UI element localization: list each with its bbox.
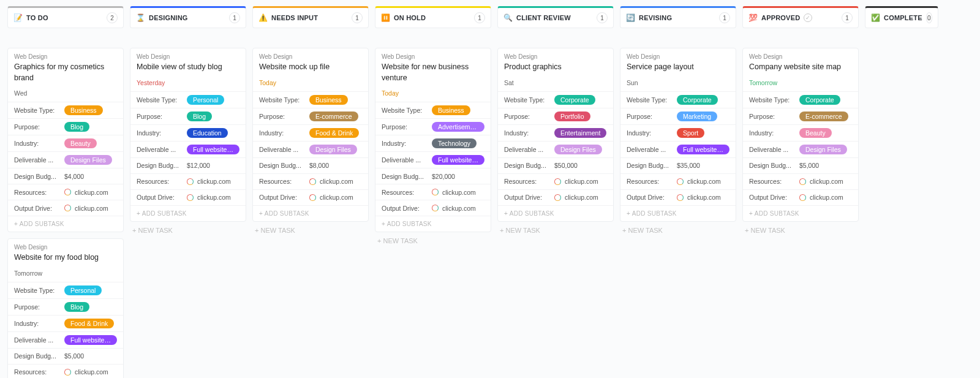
card-header: Web DesignCompany website site map [743,48,858,75]
deliverable-row: Deliverable ...Full website design and l… [620,141,736,157]
tag[interactable]: Blog [187,112,212,121]
tag[interactable]: Portfolio [554,112,590,121]
add-subtask-button[interactable]: + ADD SUBTASK [743,205,858,221]
budget-row: Design Budg...$8,000 [253,157,368,173]
tag[interactable]: Food & Drink [309,128,359,138]
tag[interactable]: Business [309,95,348,105]
resources-link[interactable]: clickup.com [442,189,476,196]
tag[interactable]: Education [187,128,228,138]
output-drive-link[interactable]: clickup.com [75,205,108,212]
card-title[interactable]: Website for new business venture [382,62,484,83]
resources-link[interactable]: clickup.com [75,189,108,196]
resources-label: Resources: [14,189,61,196]
card-title[interactable]: Product graphics [504,62,607,73]
new-task-button[interactable]: + NEW TASK [742,222,859,239]
task-card[interactable]: Web DesignMobile view of study blogYeste… [130,48,246,222]
tag[interactable]: Design Files [799,145,847,154]
tag[interactable]: Marketing [677,112,717,121]
card-title[interactable]: Company website site map [749,62,852,73]
output-drive-link[interactable]: clickup.com [442,205,476,212]
resources-link[interactable]: clickup.com [810,178,843,185]
tag[interactable]: Advertisement [432,122,484,132]
card-title[interactable]: Service page layout [627,62,729,73]
tag[interactable]: Design Files [554,145,602,154]
column-header[interactable]: ⏸️ON HOLD1 [375,6,491,28]
output-drive-link[interactable]: clickup.com [810,194,843,201]
resources-link[interactable]: clickup.com [320,178,353,185]
output-drive-link[interactable]: clickup.com [197,194,231,201]
tag[interactable]: Business [64,105,103,115]
task-card[interactable]: Web DesignWebsite for new business ventu… [375,48,491,232]
add-subtask-button[interactable]: + ADD SUBTASK [498,205,613,221]
tag[interactable]: Blog [64,122,89,132]
column-revising: 🔄REVISING1Web DesignService page layoutS… [620,6,736,239]
tag[interactable]: Blog [64,302,89,312]
column-count: 1 [474,12,485,23]
tag[interactable]: Full website design and lay... [432,155,484,165]
column-emoji-icon: ✅ [871,13,880,22]
tag[interactable]: Food & Drink [64,319,114,328]
add-subtask-button[interactable]: + ADD SUBTASK [375,216,491,232]
tag[interactable]: Sport [677,128,704,138]
tag[interactable]: Corporate [554,95,595,105]
resources-link[interactable]: clickup.com [687,178,721,185]
task-card[interactable]: Web DesignProduct graphicsSatWebsite Typ… [497,48,614,222]
task-card[interactable]: Web DesignWebsite for my food blogTomorr… [7,238,124,378]
column-header[interactable]: 🔄REVISING1 [620,6,736,28]
tag[interactable]: Personal [187,95,224,105]
tag[interactable]: E-commerce [309,112,358,121]
card-title[interactable]: Graphics for my cosmetics brand [14,62,117,83]
tag[interactable]: Full website design and lay... [64,335,117,345]
tag[interactable]: Entertainment [554,128,606,138]
tag[interactable]: Beauty [64,138,97,148]
output-drive-link[interactable]: clickup.com [687,194,721,201]
tag[interactable]: E-commerce [799,112,848,121]
new-task-button[interactable]: + NEW TASK [130,222,246,239]
add-subtask-button[interactable]: + ADD SUBTASK [253,205,368,221]
new-task-button[interactable]: + NEW TASK [252,222,369,239]
new-task-button[interactable]: + NEW TASK [497,222,614,239]
tag[interactable]: Beauty [799,128,832,138]
purpose-row: Purpose:Blog [8,298,123,315]
add-subtask-button[interactable]: + ADD SUBTASK [8,216,123,232]
card-title[interactable]: Website mock up file [259,62,362,73]
output-drive-link[interactable]: clickup.com [565,194,598,201]
task-card[interactable]: Web DesignGraphics for my cosmetics bran… [7,48,124,232]
column-header[interactable]: 💯APPROVED1 [742,6,859,28]
task-card[interactable]: Web DesignService page layoutSunWebsite … [620,48,736,222]
column-emoji-icon: 💯 [748,13,758,22]
column-header[interactable]: 🔍CLIENT REVIEW1 [497,6,614,28]
new-task-button[interactable]: + NEW TASK [375,232,491,249]
tag[interactable]: Corporate [677,95,718,105]
add-subtask-button[interactable]: + ADD SUBTASK [620,205,736,221]
tag[interactable]: Corporate [799,95,840,105]
card-header: Web DesignMobile view of study blog [130,48,246,75]
tag[interactable]: Design Files [64,155,112,165]
budget-label: Design Budg... [14,352,61,360]
column-header[interactable]: ⌛DESIGNING1 [130,6,246,28]
resources-link[interactable]: clickup.com [565,178,598,185]
tag[interactable]: Design Files [309,145,357,154]
output-drive-link[interactable]: clickup.com [320,194,353,201]
resources-link[interactable]: clickup.com [197,178,231,185]
tag[interactable]: Technology [432,138,477,148]
column-header[interactable]: ⚠️NEEDS INPUT1 [252,6,369,28]
column-header[interactable]: ✅COMPLETE0 [865,6,938,28]
task-card[interactable]: Web DesignWebsite mock up fileTodayWebsi… [252,48,369,222]
tag[interactable]: Personal [64,285,102,295]
industry-row: Industry:Education [130,124,246,141]
add-subtask-button[interactable]: + ADD SUBTASK [130,205,246,221]
website-type-label: Website Type: [14,107,61,114]
task-card[interactable]: Web DesignCompany website site mapTomorr… [742,48,859,222]
tag[interactable]: Business [432,105,470,115]
tag[interactable]: Full website design and lay... [187,145,239,154]
tag[interactable]: Full website design and lay... [677,145,729,154]
new-task-button[interactable]: + NEW TASK [620,222,736,239]
card-title[interactable]: Website for my food blog [14,252,117,263]
card-title[interactable]: Mobile view of study blog [137,62,239,73]
column-title: COMPLETE [884,14,922,21]
column-header[interactable]: 📝TO DO2 [7,6,124,28]
resources-link[interactable]: clickup.com [75,368,108,376]
budget-value: $35,000 [677,162,700,169]
deliverable-label: Deliverable ... [259,146,306,153]
